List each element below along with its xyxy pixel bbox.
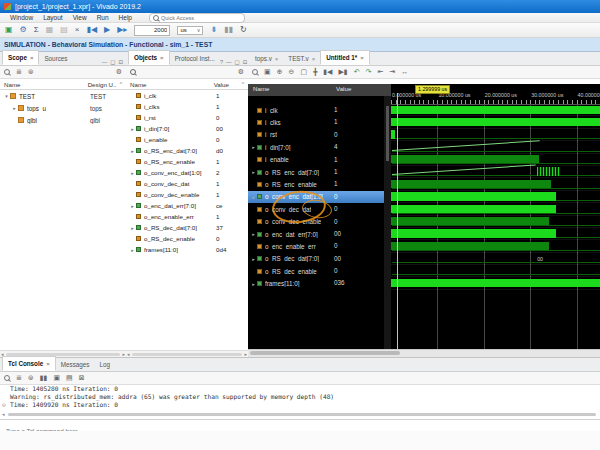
wave-signal-name[interactable]: o_RS_dec_enable — [248, 265, 332, 277]
menu-help[interactable]: Help — [114, 14, 137, 21]
copy-icon[interactable]: ▤ — [66, 373, 73, 383]
maximize-icon[interactable]: ▢ — [234, 59, 239, 65]
expand-icon[interactable]: ▸ — [11, 105, 18, 111]
project-icon[interactable]: ▣ — [5, 25, 13, 35]
scroll-lock-icon[interactable]: ⊜ — [28, 373, 34, 383]
wave-column-header[interactable]: Name Value — [248, 84, 391, 96]
quick-access-box[interactable] — [149, 13, 245, 23]
previous-transition-icon[interactable]: ▮◀ — [323, 67, 332, 77]
scope-tree-row[interactable]: ▸tops_utops — [0, 102, 126, 114]
wave-hscrollbar[interactable] — [248, 349, 600, 357]
run-time-field[interactable] — [134, 25, 170, 36]
tcl-hscrollbar[interactable]: ◂ — [2, 411, 596, 417]
expand-icon[interactable]: ▸ — [250, 144, 257, 150]
expand-icon[interactable]: ▸ — [129, 126, 136, 132]
pause-icon[interactable]: ▮▮ — [40, 373, 48, 383]
menu-layout[interactable]: Layout — [38, 14, 68, 21]
wave-signal-name[interactable]: i_rst — [248, 129, 332, 141]
expand-icon[interactable]: ▸ — [250, 281, 257, 287]
wave-signal-name[interactable]: ▸o_conv_enc_dat[1:0] — [248, 191, 332, 203]
go-to-end-icon[interactable]: ⇥ — [389, 67, 395, 77]
step-icon[interactable]: ⇟ — [210, 25, 217, 35]
help-icon[interactable]: ? — [220, 59, 223, 65]
wave-signal-name[interactable]: i_clks — [248, 116, 332, 128]
scroll-thumb[interactable] — [132, 353, 243, 356]
close-tab-icon[interactable]: × — [360, 55, 364, 61]
object-row[interactable]: o_RS_enc_enable1 — [126, 156, 248, 167]
wave-plot-region[interactable]: 0.000000 us10.000000 us20.000000 us30.00… — [391, 84, 600, 350]
settings-gear-icon[interactable]: ⚙ — [116, 68, 122, 76]
tcl-tab-tcl-console[interactable]: Tcl Console× — [2, 356, 56, 371]
layout-icon[interactable]: ▦ — [46, 25, 54, 35]
menu-view[interactable]: View — [68, 14, 92, 21]
zoom-in-icon[interactable]: ⊕ — [277, 67, 283, 77]
wave-vscrollbar[interactable] — [384, 96, 391, 350]
object-row[interactable]: ▸o_conv_enc_dat[1:0]2 — [126, 167, 248, 178]
wave-col-value[interactable]: Value — [336, 85, 351, 92]
objects-col-value[interactable]: Value — [214, 81, 240, 88]
tcl-tab-log[interactable]: Log — [94, 358, 115, 371]
wave-signal-name[interactable]: o_enc_enable_err — [248, 240, 332, 252]
sum-icon[interactable]: Σ — [34, 25, 39, 35]
search-icon[interactable] — [4, 69, 10, 75]
wave-tab-tops-v[interactable]: tops.v× — [250, 52, 283, 65]
expand-icon[interactable]: ▸ — [250, 231, 257, 237]
objects-tab-protocol-inst-[interactable]: Protocol Inst... — [170, 52, 220, 65]
scope-col-name[interactable]: Name — [4, 81, 88, 88]
object-row[interactable]: i_enable0 — [126, 134, 248, 145]
dock-icon[interactable]: ⊡ — [118, 59, 123, 65]
object-row[interactable]: o_enc_enable_err1 — [126, 211, 248, 222]
object-row[interactable]: ▸frames[11:0]0d4 — [126, 244, 248, 255]
clear-icon[interactable]: ⊠ — [79, 373, 85, 383]
object-row[interactable]: ▸i_din[7:0]00 — [126, 123, 248, 134]
expand-icon[interactable]: ▸ — [129, 170, 136, 176]
restart-icon[interactable]: ▮◀ — [86, 25, 97, 35]
zoom-to-cursor-icon[interactable]: ╋ — [313, 67, 317, 77]
find-icon[interactable] — [252, 69, 258, 75]
close-tab-icon[interactable]: × — [46, 361, 50, 367]
settings-gear-icon[interactable]: ⚙ — [20, 25, 27, 35]
wave-signal-name[interactable]: ▸frames[11:0] — [248, 277, 332, 289]
redo-icon[interactable]: ↷ — [366, 67, 372, 77]
menu-window[interactable]: Window — [5, 14, 38, 21]
maximize-icon[interactable]: ▢ — [110, 59, 115, 65]
collapse-all-icon[interactable]: ≣ — [16, 67, 22, 77]
save-icon[interactable]: ▣ — [264, 67, 271, 77]
scope-col-design-unit[interactable]: Design U.. — [88, 81, 118, 88]
wave-tab-untitled-1-[interactable]: Untitled 1*× — [320, 50, 370, 65]
scroll-thumb[interactable] — [386, 106, 389, 161]
wave-signal-name[interactable]: i_clk — [248, 104, 332, 116]
time-unit-dropdown[interactable]: us ∨ — [177, 26, 203, 35]
expand-icon[interactable]: ▸ — [129, 225, 136, 231]
minimize-icon[interactable]: — — [226, 59, 232, 65]
object-row[interactable]: ▸o_enc_dat_err[7:0]ce — [126, 200, 248, 211]
zoom-fit-icon[interactable]: ▢ — [300, 67, 307, 77]
expand-icon[interactable]: ▸ — [250, 169, 257, 175]
go-to-start-icon[interactable]: ⇤ — [377, 67, 383, 77]
menu-run[interactable]: Run — [92, 14, 114, 21]
edit-icon[interactable]: ▤ — [60, 25, 68, 35]
collapse-icon[interactable]: ⊖ — [2, 401, 6, 409]
collapse-icon[interactable]: ▾ — [3, 93, 10, 99]
wave-signal-name[interactable]: ▸o_RS_enc_dat[7:0] — [248, 166, 332, 178]
objects-col-name[interactable]: Name — [130, 81, 214, 88]
search-icon[interactable] — [4, 375, 10, 381]
wave-signal-name[interactable]: o_conv_dec_dat — [248, 203, 332, 215]
scope-tree-row[interactable]: glblglbl — [0, 114, 126, 126]
next-transition-icon[interactable]: ▶▮ — [338, 67, 347, 77]
close-tab-icon[interactable]: × — [312, 56, 316, 62]
scope-column-header[interactable]: Name Design U.. ^ — [0, 79, 126, 90]
object-row[interactable]: i_rst0 — [126, 112, 248, 123]
undo-icon[interactable]: ↶ — [354, 67, 360, 77]
wave-signal-name[interactable]: ▸o_RS_dec_dat[7:0] — [248, 253, 332, 265]
relaunch-icon[interactable]: ↻ — [240, 25, 247, 35]
expand-icon[interactable]: ▸ — [129, 247, 136, 253]
wave-signal-name[interactable]: ▸o_enc_dat_err[7:0] — [248, 228, 332, 240]
minimize-icon[interactable]: — — [102, 59, 108, 65]
wave-signal-name[interactable]: ▸i_din[7:0] — [248, 141, 332, 153]
scope-tab-sources[interactable]: Sources — [39, 52, 72, 65]
zoom-out-icon[interactable]: ⊖ — [289, 67, 295, 77]
close-tab-icon[interactable]: × — [160, 55, 164, 61]
expand-icon[interactable]: ▸ — [250, 256, 257, 262]
wave-col-name[interactable]: Name — [253, 85, 270, 92]
